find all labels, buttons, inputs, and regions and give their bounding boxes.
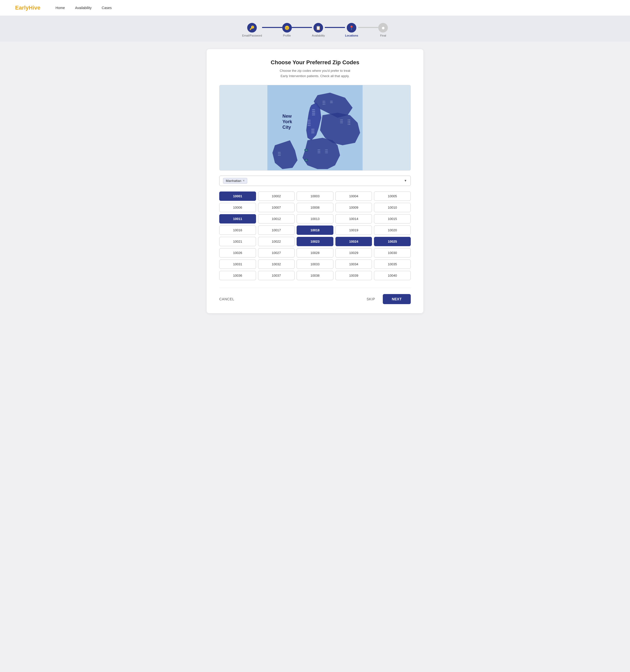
svg-text:11202: 11202 bbox=[317, 151, 320, 152]
svg-text:278: 278 bbox=[305, 160, 308, 161]
navbar: EarlyHive Home Availability Cases bbox=[0, 0, 630, 16]
zip-btn-10015[interactable]: 10015 bbox=[374, 214, 411, 223]
step-label-email: Email/Password bbox=[242, 34, 262, 37]
step-line-3 bbox=[325, 27, 345, 28]
nav-home[interactable]: Home bbox=[55, 6, 65, 10]
svg-text:10302: 10302 bbox=[278, 153, 281, 154]
svg-text:10024: 10024 bbox=[311, 130, 315, 132]
svg-text:10462: 10462 bbox=[330, 102, 333, 103]
skip-button[interactable]: SKIP bbox=[367, 297, 375, 301]
zip-btn-10031[interactable]: 10031 bbox=[219, 260, 256, 269]
zip-btn-10020[interactable]: 10020 bbox=[374, 225, 411, 235]
svg-text:11361: 11361 bbox=[347, 119, 350, 120]
zip-btn-10010[interactable]: 10010 bbox=[374, 203, 411, 212]
zip-btn-10009[interactable]: 10009 bbox=[335, 203, 372, 212]
svg-text:11212: 11212 bbox=[325, 151, 328, 152]
zip-btn-10008[interactable]: 10008 bbox=[297, 203, 333, 212]
svg-text:10301: 10301 bbox=[278, 152, 281, 153]
step-line-2 bbox=[292, 27, 312, 28]
zip-btn-10037[interactable]: 10037 bbox=[258, 271, 295, 280]
svg-text:11363: 11363 bbox=[347, 122, 350, 123]
zip-btn-10027[interactable]: 10027 bbox=[258, 248, 295, 258]
zip-btn-10024[interactable]: 10024 bbox=[335, 237, 372, 246]
step-label-availability: Availability bbox=[312, 34, 325, 37]
step-line-1 bbox=[262, 27, 282, 28]
zip-btn-10004[interactable]: 10004 bbox=[335, 192, 372, 201]
borough-tag-remove[interactable]: × bbox=[243, 179, 244, 183]
logo-early: Early bbox=[15, 4, 29, 11]
zip-btn-10033[interactable]: 10033 bbox=[297, 260, 333, 269]
logo: EarlyHive bbox=[15, 4, 40, 11]
zip-btn-10021[interactable]: 10021 bbox=[219, 237, 256, 246]
page-subtitle: Choose the zip codes where you'd prefer … bbox=[219, 68, 411, 79]
zip-btn-10014[interactable]: 10014 bbox=[335, 214, 372, 223]
svg-text:11203: 11203 bbox=[317, 152, 320, 153]
zip-btn-10025[interactable]: 10025 bbox=[374, 237, 411, 246]
step-label-profile: Profile bbox=[283, 34, 291, 37]
borough-dropdown[interactable]: Manhattan × ▼ bbox=[219, 176, 411, 186]
step-circle-email: 🔑 bbox=[247, 23, 257, 32]
svg-text:10004: 10004 bbox=[312, 114, 315, 116]
step-locations: 📍 Locations bbox=[345, 23, 358, 37]
zip-btn-10034[interactable]: 10034 bbox=[335, 260, 372, 269]
svg-text:11356: 11356 bbox=[340, 122, 343, 123]
zip-btn-10013[interactable]: 10013 bbox=[297, 214, 333, 223]
zip-btn-10022[interactable]: 10022 bbox=[258, 237, 295, 246]
svg-text:11364: 11364 bbox=[347, 124, 350, 125]
borough-tag-manhattan[interactable]: Manhattan × bbox=[223, 178, 247, 184]
svg-text:10002: 10002 bbox=[312, 111, 315, 112]
nav-availability[interactable]: Availability bbox=[75, 6, 92, 10]
zip-btn-10039[interactable]: 10039 bbox=[335, 271, 372, 280]
svg-text:10012: 10012 bbox=[308, 121, 311, 123]
zip-btn-10007[interactable]: 10007 bbox=[258, 203, 295, 212]
zip-btn-10030[interactable]: 10030 bbox=[374, 248, 411, 258]
zip-btn-10038[interactable]: 10038 bbox=[297, 271, 333, 280]
step-availability: 📋 Availability bbox=[312, 23, 325, 37]
zip-btn-10016[interactable]: 10016 bbox=[219, 225, 256, 235]
step-circle-availability: 📋 bbox=[314, 23, 323, 32]
nav-cases[interactable]: Cases bbox=[102, 6, 112, 10]
zip-btn-10001[interactable]: 10001 bbox=[219, 192, 256, 201]
zip-btn-10040[interactable]: 10040 bbox=[374, 271, 411, 280]
svg-text:10451: 10451 bbox=[322, 100, 325, 101]
svg-text:10001: 10001 bbox=[312, 109, 315, 110]
step-profile: 😊 Profile bbox=[282, 23, 292, 37]
svg-text:10013: 10013 bbox=[308, 123, 311, 124]
dropdown-arrow-icon: ▼ bbox=[404, 179, 407, 183]
zip-btn-10018[interactable]: 10018 bbox=[297, 225, 333, 235]
borough-tags: Manhattan × bbox=[223, 178, 247, 184]
svg-text:11211: 11211 bbox=[325, 149, 328, 150]
next-button[interactable]: NEXT bbox=[383, 294, 411, 304]
svg-text:10023: 10023 bbox=[311, 129, 315, 130]
svg-text:11213: 11213 bbox=[325, 152, 328, 153]
zip-btn-10003[interactable]: 10003 bbox=[297, 192, 333, 201]
nyc-map: New York City 10001 10002 10003 10004 10… bbox=[219, 85, 411, 171]
zip-btn-10023[interactable]: 10023 bbox=[297, 237, 333, 246]
step-circle-final: ⬤ bbox=[378, 23, 388, 32]
zip-btn-10002[interactable]: 10002 bbox=[258, 192, 295, 201]
zip-btn-10012[interactable]: 10012 bbox=[258, 214, 295, 223]
zip-btn-10036[interactable]: 10036 bbox=[219, 271, 256, 280]
step-line-4 bbox=[358, 27, 378, 28]
svg-text:10003: 10003 bbox=[312, 113, 315, 114]
zip-btn-10026[interactable]: 10026 bbox=[219, 248, 256, 258]
svg-text:York: York bbox=[283, 119, 292, 124]
svg-text:City: City bbox=[283, 125, 291, 130]
step-label-locations: Locations bbox=[345, 34, 358, 37]
svg-text:11355: 11355 bbox=[340, 121, 343, 122]
zip-btn-10011[interactable]: 10011 bbox=[219, 214, 256, 223]
zip-btn-10028[interactable]: 10028 bbox=[297, 248, 333, 258]
zip-btn-10035[interactable]: 10035 bbox=[374, 260, 411, 269]
zip-btn-10017[interactable]: 10017 bbox=[258, 225, 295, 235]
zip-btn-10029[interactable]: 10029 bbox=[335, 248, 372, 258]
zip-btn-10006[interactable]: 10006 bbox=[219, 203, 256, 212]
logo-hive: Hive bbox=[29, 4, 40, 11]
cancel-button[interactable]: CANCEL bbox=[219, 297, 234, 301]
zip-btn-10005[interactable]: 10005 bbox=[374, 192, 411, 201]
main-card: Choose Your Preferred Zip Codes Choose t… bbox=[207, 49, 423, 313]
zip-btn-10032[interactable]: 10032 bbox=[258, 260, 295, 269]
svg-text:278: 278 bbox=[305, 150, 308, 151]
svg-text:10014: 10014 bbox=[308, 125, 311, 126]
zip-btn-10019[interactable]: 10019 bbox=[335, 225, 372, 235]
footer-buttons: CANCEL SKIP NEXT bbox=[219, 288, 411, 304]
